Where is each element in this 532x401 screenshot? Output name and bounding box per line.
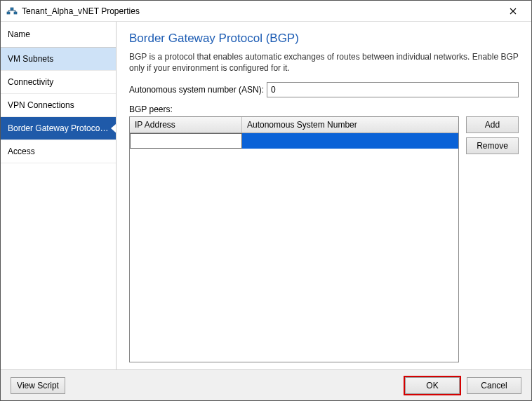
close-button[interactable]	[499, 1, 527, 21]
content-pane: Border Gateway Protocol (BGP) BGP is a p…	[117, 22, 531, 369]
peers-area: IP Address Autonomous System Number Add	[129, 116, 519, 362]
svg-rect-2	[11, 8, 13, 10]
sidebar: Name VM Subnets Connectivity VPN Connect…	[1, 22, 117, 369]
sidebar-item-label: VM Subnets	[8, 54, 53, 64]
page-description: BGP is a protocol that enables automatic…	[129, 51, 519, 74]
cell-ip	[130, 133, 242, 149]
network-icon	[6, 6, 18, 17]
asn-input[interactable]	[267, 82, 519, 97]
table-row[interactable]	[130, 133, 458, 149]
sidebar-item-vm-subnets[interactable]: VM Subnets	[1, 48, 116, 71]
ip-edit-input[interactable]	[130, 133, 242, 149]
sidebar-item-label: Connectivity	[8, 77, 53, 87]
sidebar-item-label: Border Gateway Protocol...	[8, 123, 109, 133]
grid-side-buttons: Add Remove	[466, 116, 519, 362]
cell-asn[interactable]	[242, 133, 458, 149]
asn-row: Autonomous system number (ASN):	[129, 82, 519, 97]
sidebar-item-access[interactable]: Access	[1, 140, 116, 163]
add-button[interactable]: Add	[466, 116, 519, 133]
sidebar-header: Name	[1, 22, 116, 48]
dialog-footer: View Script OK Cancel	[1, 369, 531, 400]
svg-rect-1	[14, 12, 17, 14]
dialog-body: Name VM Subnets Connectivity VPN Connect…	[1, 22, 531, 369]
sidebar-item-connectivity[interactable]: Connectivity	[1, 71, 116, 94]
cancel-button[interactable]: Cancel	[467, 377, 521, 394]
ok-button[interactable]: OK	[405, 377, 460, 394]
remove-button[interactable]: Remove	[466, 137, 519, 154]
peers-grid[interactable]: IP Address Autonomous System Number	[129, 116, 459, 362]
asn-label: Autonomous system number (ASN):	[129, 85, 264, 95]
page-heading: Border Gateway Protocol (BGP)	[129, 32, 519, 46]
grid-header: IP Address Autonomous System Number	[130, 117, 458, 133]
sidebar-item-vpn-connections[interactable]: VPN Connections	[1, 94, 116, 117]
column-header-asn[interactable]: Autonomous System Number	[242, 117, 458, 132]
sidebar-item-label: Access	[8, 147, 35, 156]
view-script-button[interactable]: View Script	[11, 377, 65, 394]
titlebar: Tenant_Alpha_vNET Properties	[1, 1, 531, 22]
window-title: Tenant_Alpha_vNET Properties	[22, 6, 499, 16]
properties-dialog: Tenant_Alpha_vNET Properties Name VM Sub…	[0, 0, 532, 401]
column-header-ip[interactable]: IP Address	[130, 117, 242, 132]
svg-rect-0	[7, 12, 10, 14]
grid-body	[130, 133, 458, 362]
sidebar-item-bgp[interactable]: Border Gateway Protocol...	[1, 117, 116, 140]
sidebar-item-label: VPN Connections	[8, 100, 74, 110]
peers-label: BGP peers:	[129, 104, 519, 114]
close-icon	[510, 8, 517, 15]
